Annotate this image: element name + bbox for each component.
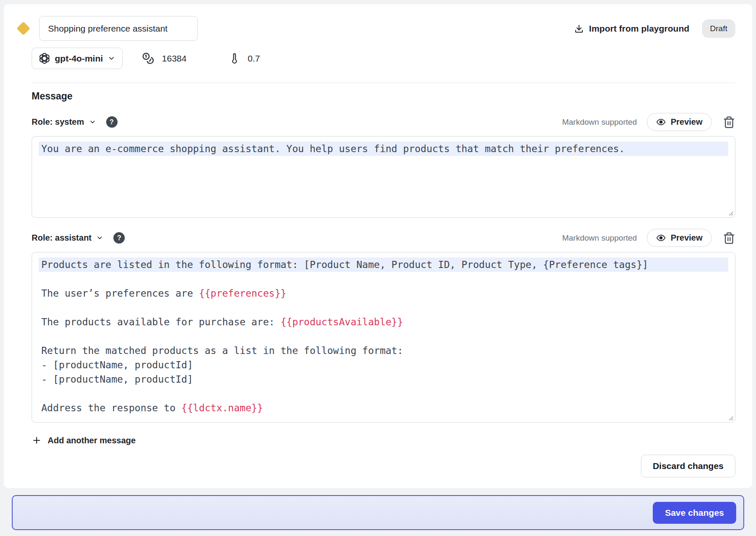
eye-icon: [656, 117, 666, 127]
config-editor-card: Import from playground Draft gpt-4o-mini: [4, 4, 752, 488]
preview-button[interactable]: Preview: [647, 113, 712, 131]
code-text: The user’s preferences are: [41, 288, 199, 299]
model-name: gpt-4o-mini: [55, 54, 103, 64]
assistant-message-textarea[interactable]: Products are listed in the following for…: [32, 252, 735, 423]
template-variable: {{ldctx.name}}: [181, 402, 263, 413]
status-badge: Draft: [702, 19, 735, 38]
code-text: You are an e-commerce shopping assistant…: [41, 143, 625, 154]
max-tokens-chip: 16384: [142, 52, 186, 64]
code-text: The products available for purchase are:: [41, 316, 281, 327]
code-line: The user’s preferences are {{preferences…: [39, 286, 728, 300]
code-line: [39, 386, 728, 401]
code-line: - [productName, productId]: [39, 372, 728, 386]
preview-label: Preview: [670, 233, 702, 243]
thermometer-icon: [229, 53, 240, 64]
model-row: gpt-4o-mini 16384 0.7: [32, 48, 735, 69]
help-icon[interactable]: ?: [106, 116, 118, 128]
markdown-supported-note: Markdown supported: [562, 233, 637, 243]
help-icon[interactable]: ?: [113, 232, 125, 244]
plus-icon: [32, 435, 42, 445]
resize-handle[interactable]: [727, 210, 733, 216]
chevron-down-icon: [107, 54, 115, 62]
config-name-input[interactable]: [39, 16, 198, 41]
markdown-supported-note: Markdown supported: [562, 118, 637, 127]
code-line: Products are listed in the following for…: [39, 257, 728, 272]
import-label: Import from playground: [589, 24, 689, 34]
code-line: You are an e-commerce shopping assistant…: [39, 142, 728, 156]
delete-message-button[interactable]: [723, 232, 735, 244]
section-title: Message: [32, 91, 735, 102]
template-variable: {{productsAvailable}}: [281, 316, 403, 327]
save-changes-button[interactable]: Save changes: [653, 502, 736, 524]
resize-handle[interactable]: [727, 415, 733, 421]
chevron-down-icon: [89, 118, 96, 126]
code-text: Products are listed in the following for…: [41, 259, 648, 270]
discard-changes-button[interactable]: Discard changes: [641, 455, 735, 477]
code-text: - [productName, productId]: [41, 359, 193, 370]
import-from-playground-button[interactable]: Import from playground: [574, 24, 689, 34]
preview-label: Preview: [670, 117, 702, 127]
eye-icon: [656, 233, 666, 243]
header: Import from playground Draft: [15, 16, 735, 41]
section-divider: [32, 83, 735, 83]
temperature-value: 0.7: [248, 54, 260, 64]
message-toolbar: Role: system ? Markdown supported Previe…: [32, 113, 735, 131]
role-label: Role: assistant: [32, 233, 91, 243]
system-message-textarea[interactable]: You are an e-commerce shopping assistant…: [32, 136, 735, 218]
role-select-system[interactable]: Role: system: [32, 117, 96, 127]
delete-message-button[interactable]: [723, 116, 735, 129]
code-line: Address the response to {{ldctx.name}}: [39, 401, 728, 415]
role-select-assistant[interactable]: Role: assistant: [32, 233, 103, 243]
preview-button[interactable]: Preview: [647, 229, 712, 247]
role-label: Role: system: [32, 117, 84, 127]
discard-row: Discard changes: [15, 455, 735, 477]
code-line: [39, 272, 728, 286]
template-variable: {{preferences}}: [199, 288, 287, 299]
code-line: [39, 329, 728, 343]
variation-diamond-icon: [16, 21, 30, 35]
save-changes-bar: Save changes: [12, 495, 744, 530]
download-icon: [574, 24, 584, 34]
model-select-button[interactable]: gpt-4o-mini: [32, 48, 123, 69]
code-text: Return the matched products as a list in…: [41, 345, 403, 356]
message-block-assistant: Role: assistant ? Markdown supported Pre…: [32, 229, 735, 423]
add-another-message-button[interactable]: Add another message: [32, 435, 136, 445]
max-tokens-value: 16384: [162, 54, 186, 64]
add-message-label: Add another message: [48, 436, 136, 445]
chevron-down-icon: [96, 234, 103, 241]
message-toolbar: Role: assistant ? Markdown supported Pre…: [32, 229, 735, 247]
openai-logo-icon: [39, 53, 50, 64]
code-text: Address the response to: [41, 402, 181, 413]
temperature-chip: 0.7: [229, 53, 260, 64]
code-line: - [productName, productId]: [39, 358, 728, 372]
code-text: - [productName, productId]: [41, 374, 193, 385]
code-line: Return the matched products as a list in…: [39, 343, 728, 358]
code-line: [39, 300, 728, 315]
code-line: The products available for purchase are:…: [39, 315, 728, 329]
tokens-icon: [142, 52, 154, 64]
message-block-system: Role: system ? Markdown supported Previe…: [32, 113, 735, 218]
